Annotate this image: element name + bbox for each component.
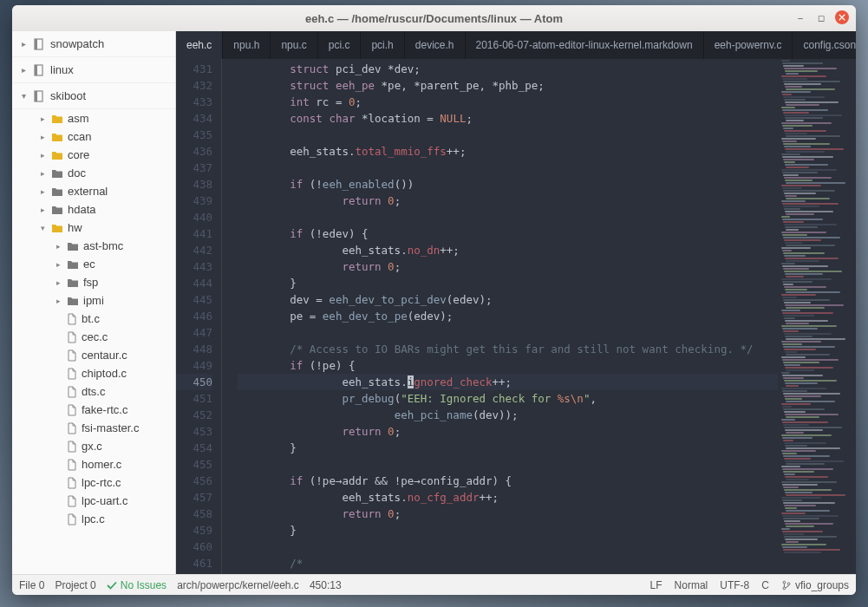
tree-file[interactable]: cec.c: [12, 328, 175, 346]
minimize-button[interactable]: –: [793, 10, 807, 24]
editor-area: eeh.cnpu.hnpu.cpci.cpci.hdevice.h2016-06…: [176, 31, 856, 574]
code-line[interactable]: if (!edev) {: [238, 225, 778, 242]
linter-status[interactable]: No Issues: [107, 579, 166, 591]
tree-file[interactable]: centaur.c: [12, 346, 175, 364]
tree-file[interactable]: gx.c: [12, 437, 175, 455]
project-label: snowpatch: [50, 37, 104, 50]
minimap[interactable]: [778, 59, 856, 574]
cursor-position[interactable]: 450:13: [310, 579, 342, 591]
find-project-count[interactable]: Project 0: [55, 579, 95, 591]
code-line[interactable]: }: [238, 522, 778, 538]
code-line[interactable]: [238, 324, 778, 341]
code-line[interactable]: }: [238, 275, 778, 291]
tree-file[interactable]: fsi-master.c: [12, 419, 175, 437]
tree-item-label: chiptod.c: [82, 367, 127, 380]
code-line[interactable]: }: [238, 440, 778, 456]
tree-file[interactable]: chiptod.c: [12, 364, 175, 382]
tree-folder[interactable]: ▸asm: [12, 109, 175, 127]
close-button[interactable]: [835, 10, 849, 24]
editor-tab[interactable]: pci.h: [361, 31, 404, 59]
git-branch[interactable]: vfio_groups: [781, 579, 849, 591]
tree-item-label: lpc-rtc.c: [82, 476, 121, 489]
code-line[interactable]: return 0;: [238, 506, 778, 522]
code-content[interactable]: struct pci_dev *dev; struct eeh_pe *pe, …: [221, 59, 778, 574]
tree-file[interactable]: dts.c: [12, 382, 175, 401]
editor-tab[interactable]: config.cson: [793, 31, 856, 59]
tree-folder[interactable]: ▸ast-bmc: [12, 237, 175, 255]
code-line[interactable]: dev = eeh_dev_to_pci_dev(edev);: [238, 291, 778, 308]
editor-tab[interactable]: 2016-06-07-atom-editor-linux-kernel.mark…: [466, 31, 704, 59]
tree-folder[interactable]: ▸external: [12, 182, 175, 200]
code-line[interactable]: eeh_stats.ignored_check++;: [238, 374, 778, 390]
code-line[interactable]: if (!pe) {: [238, 357, 778, 374]
tree-folder[interactable]: ▸ccan: [12, 127, 175, 146]
tree-folder[interactable]: ▸core: [12, 146, 175, 164]
code-line[interactable]: [238, 456, 778, 473]
tree-folder[interactable]: ▸ec: [12, 255, 175, 273]
tree-item-label: ccan: [68, 130, 91, 143]
code-line[interactable]: struct eeh_pe *pe, *parent_pe, *phb_pe;: [238, 77, 778, 94]
code-line[interactable]: pe = eeh_dev_to_pe(edev);: [238, 308, 778, 324]
code-line[interactable]: [238, 209, 778, 225]
svg-rect-1: [35, 39, 37, 49]
code-line[interactable]: int rc = 0;: [238, 94, 778, 110]
code-line[interactable]: * On PowerNV platform, we might already …: [238, 571, 778, 574]
editor-tab[interactable]: npu.c: [271, 31, 317, 59]
code-line[interactable]: struct pci_dev *dev;: [238, 61, 778, 77]
code-line[interactable]: pr_debug("EEH: Ignored check for %s\n",: [238, 390, 778, 407]
editor-tab[interactable]: eeh-powernv.c: [704, 31, 793, 59]
svg-rect-3: [35, 65, 37, 75]
code-line[interactable]: /* Access to IO BARs might get this far …: [238, 341, 778, 357]
tree-file[interactable]: bt.c: [12, 310, 175, 328]
code-line[interactable]: eeh_stats.total_mmio_ffs++;: [238, 143, 778, 160]
find-file-count[interactable]: File 0: [19, 579, 44, 591]
tree-item-label: fsi-master.c: [82, 421, 139, 434]
tree-file[interactable]: lpc-uart.c: [12, 492, 175, 510]
code-line[interactable]: [238, 160, 778, 176]
code-line[interactable]: return 0;: [238, 423, 778, 440]
tree-folder[interactable]: ▸doc: [12, 164, 175, 182]
tab-bar[interactable]: eeh.cnpu.hnpu.cpci.cpci.hdevice.h2016-06…: [176, 31, 856, 59]
status-bar: File 0 Project 0 No Issues arch/powerpc/…: [12, 574, 856, 595]
code-line[interactable]: if (!pe→addr && !pe→config_addr) {: [238, 473, 778, 489]
tree-file[interactable]: homer.c: [12, 455, 175, 473]
window-titlebar[interactable]: eeh.c — /home/ruscur/Documents/linux — A…: [12, 5, 856, 31]
tree-file[interactable]: lpc-rtc.c: [12, 473, 175, 492]
svg-point-6: [783, 581, 786, 584]
project-root-linux[interactable]: ▸ linux: [12, 57, 175, 83]
line-ending[interactable]: LF: [650, 579, 662, 591]
code-line[interactable]: /*: [238, 555, 778, 571]
tree-folder[interactable]: ▾hw: [12, 219, 175, 237]
grammar-selector[interactable]: C: [761, 579, 769, 591]
svg-point-7: [783, 587, 786, 590]
project-root-snowpatch[interactable]: ▸ snowpatch: [12, 31, 175, 57]
tree-item-label: fsp: [83, 276, 98, 289]
project-root-skiboot[interactable]: ▾ skiboot: [12, 83, 175, 109]
code-line[interactable]: return 0;: [238, 258, 778, 275]
editor-tab[interactable]: device.h: [405, 31, 466, 59]
code-line[interactable]: [238, 127, 778, 143]
code-line[interactable]: if (!eeh_enabled()): [238, 176, 778, 193]
editor-tab[interactable]: pci.c: [318, 31, 362, 59]
code-line[interactable]: eeh_pci_name(dev));: [238, 407, 778, 423]
tree-file[interactable]: fake-rtc.c: [12, 401, 175, 419]
code-line[interactable]: return 0;: [238, 193, 778, 209]
code-line[interactable]: eeh_stats.no_cfg_addr++;: [238, 489, 778, 506]
file-encoding[interactable]: UTF-8: [720, 579, 749, 591]
tree-folder[interactable]: ▸hdata: [12, 200, 175, 219]
maximize-button[interactable]: ◻: [814, 10, 828, 24]
tree-folder[interactable]: ▸ipmi: [12, 291, 175, 310]
git-branch-icon: [781, 580, 792, 591]
editor-tab[interactable]: eeh.c: [176, 31, 223, 59]
code-line[interactable]: eeh_stats.no_dn++;: [238, 242, 778, 258]
tree-item-label: ec: [83, 258, 95, 271]
file-tree[interactable]: ▸ snowpatch ▸ linux ▾ skiboot ▸asm▸ccan▸…: [12, 31, 176, 574]
code-editor[interactable]: 4314324334344354364374384394404414424434…: [176, 59, 856, 574]
tree-file[interactable]: lpc.c: [12, 510, 175, 528]
tree-folder[interactable]: ▸fsp: [12, 273, 175, 291]
editor-tab[interactable]: npu.h: [223, 31, 271, 59]
code-line[interactable]: const char *location = NULL;: [238, 110, 778, 127]
file-path[interactable]: arch/powerpc/kernel/eeh.c: [177, 579, 299, 591]
chevron-down-icon: ▾: [19, 91, 28, 101]
code-line[interactable]: [238, 538, 778, 555]
